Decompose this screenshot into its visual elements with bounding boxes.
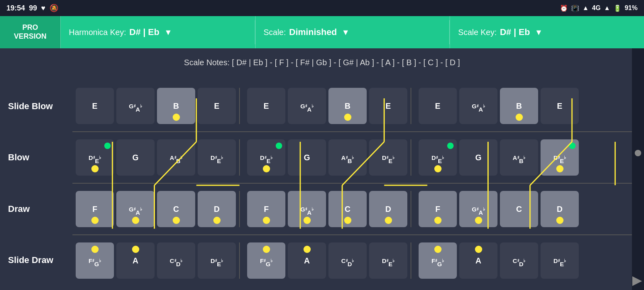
cell-s3-sb-1: E [419,88,457,124]
slide-draw-row: F♯G♭ A C♯D♭ D♯E♭ F♯G♭ A [72,234,632,286]
cell-s3-d-1: F [419,191,457,227]
slide-blow-label: Slide Blow [8,84,68,128]
cell-s2-sd-2: A [288,242,326,279]
cell-s3-b-3: A♯B♭ [500,139,538,176]
cell-s3-sd-2: A [459,242,497,279]
cell-s3-sd-3: C♯D♭ [500,242,538,279]
cell-s3-sd-1: F♯G♭ [419,242,457,279]
scale-key-value: D# | Eb [500,27,530,37]
scale-key-label: Scale Key: [458,28,497,37]
scale-notes: Scale Notes: [ D# | Eb ] - [ F ] - [ F# … [0,48,644,77]
harmonica-key-dropdown[interactable]: Harmonica Key: D# | Eb ▼ [60,16,255,48]
wifi-icon: ▲ [582,4,589,12]
scale-value: Diminished [289,27,337,37]
section-2-blow: D♯E♭ G A♯B♭ D♯E♭ [244,139,411,176]
cell-s2-b-2: G [288,139,326,176]
section-3-slideblow: E G♯A♭ B E [415,88,582,124]
section-2-sd: F♯G♭ A C♯D♭ D♯E♭ [244,242,411,279]
battery-percent: 91% [625,4,638,12]
cell-s3-d-3: C [500,191,538,227]
cell-s1-sd-1: F♯G♭ [76,242,114,279]
section-3-draw: F G♯A♭ C D [415,191,582,227]
scroll-thumb [635,150,641,156]
harmonica-key-label: Harmonica Key: [69,28,126,37]
header-bar: PRO VERSION Harmonica Key: D# | Eb ▼ Sca… [0,16,644,48]
cell-s3-d-2: G♯A♭ [459,191,497,227]
slide-draw-label: Slide Draw [8,238,68,282]
section-2-draw: F G♯A♭ C D [244,191,411,227]
status-left: 19:54 99 ♥ 🔕 [6,4,58,12]
cell-s1-sb-4: E [198,88,236,124]
cell-s1-sd-4: D♯E♭ [198,242,236,279]
cell-s1-b-1: D♯E♭ [76,139,114,176]
heart-icon: ♥ [41,4,45,12]
cell-s2-d-2: G♯A♭ [288,191,326,227]
cell-s3-sb-4: E [541,88,579,124]
section-3-sd: F♯G♭ A C♯D♭ D♯E♭ [415,242,582,279]
cell-s2-sb-1: E [247,88,285,124]
cell-s3-d-4: D [541,191,579,227]
cell-s1-b-4: D♯E♭ [198,139,236,176]
scale-arrow: ▼ [342,28,350,37]
blow-label: Blow [8,135,68,180]
cell-s3-sb-3: B [500,88,538,124]
cell-s2-b-1: D♯E♭ [247,139,285,176]
cell-s2-sb-3: B [328,88,367,124]
signal-bars: ▲ [604,4,610,12]
alarm-icon: ⏰ [560,4,568,12]
cell-s1-sd-2: A [116,242,155,279]
status-right: ⏰ 📳 ▲ 4G ▲ 🔋 91% [560,4,638,12]
cell-s1-d-4: D [198,191,236,227]
cell-s1-sb-2: G♯A♭ [116,88,155,124]
scale-label: Scale: [264,28,286,37]
cell-s3-b-2: G [459,139,497,176]
cell-s1-d-2: G♯A♭ [116,191,155,227]
section-1-sd: F♯G♭ A C♯D♭ D♯E♭ [72,242,240,279]
draw-label: Draw [8,187,68,231]
grid-area: E G♯A♭ B E E G♯A♭ B E E [72,81,632,286]
cell-s2-sb-2: G♯A♭ [288,88,326,124]
battery-icon: 🔋 [613,4,621,12]
cell-s1-b-3: A♯B♭ [157,139,195,176]
cell-s2-d-1: F [247,191,285,227]
row-labels: Slide Blow Blow Draw Slide Draw [4,81,72,286]
right-panel [632,16,644,290]
harmonica-key-arrow: ▼ [164,28,172,37]
cell-s3-sd-4: D♯E♭ [541,242,579,279]
scale-key-arrow: ▼ [535,28,543,37]
status-bar: 19:54 99 ♥ 🔕 ⏰ 📳 ▲ 4G ▲ 🔋 91% [0,0,644,16]
notification-count: 99 [29,4,37,12]
blow-row: D♯E♭ G A♯B♭ D♯E♭ D♯E♭ G A♯B♭ D♯E♭ [72,131,632,184]
cell-s1-sd-3: C♯D♭ [157,242,195,279]
slide-blow-row: E G♯A♭ B E E G♯A♭ B E E [72,81,632,131]
signal-label: 4G [592,4,601,12]
section-1-draw: F G♯A♭ C D [72,191,240,227]
cell-s2-sd-1: F♯G♭ [247,242,285,279]
cell-s2-d-4: D [369,191,407,227]
bell-icon: 🔕 [50,4,58,12]
vibrate-icon: 📳 [571,4,579,12]
section-3-blow: D♯E♭ G A♯B♭ D♯E♭ [415,139,582,176]
cell-s1-b-2: G [116,139,155,176]
section-1-blow: D♯E♭ G A♯B♭ D♯E♭ [72,139,240,176]
cell-s2-b-4: D♯E♭ [369,139,407,176]
cell-s1-d-3: C [157,191,195,227]
cell-s2-d-3: C [328,191,367,227]
main-content: Slide Blow Blow Draw Slide Draw [0,77,632,290]
cell-s3-sb-2: G♯A♭ [459,88,497,124]
cell-s1-d-1: F [76,191,114,227]
section-2-slideblow: E G♯A♭ B E [244,88,411,124]
cell-s1-sb-3: B [157,88,195,124]
cell-s2-sb-4: E [369,88,407,124]
scale-key-dropdown[interactable]: Scale Key: D# | Eb ▼ [450,16,644,48]
scale-dropdown[interactable]: Scale: Diminished ▼ [255,16,450,48]
cell-s2-sd-3: C♯D♭ [328,242,367,279]
time-display: 19:54 [6,4,25,12]
cell-s2-sd-4: D♯E♭ [369,242,407,279]
draw-row: F G♯A♭ C D F [72,184,632,234]
section-1-slideblow: E G♯A♭ B E [72,88,240,124]
nav-arrow-back[interactable] [632,276,642,286]
harmonica-key-value: D# | Eb [129,27,159,37]
pro-version-button[interactable]: PRO VERSION [0,16,60,48]
cell-s3-b-1: D♯E♭ [419,139,457,176]
